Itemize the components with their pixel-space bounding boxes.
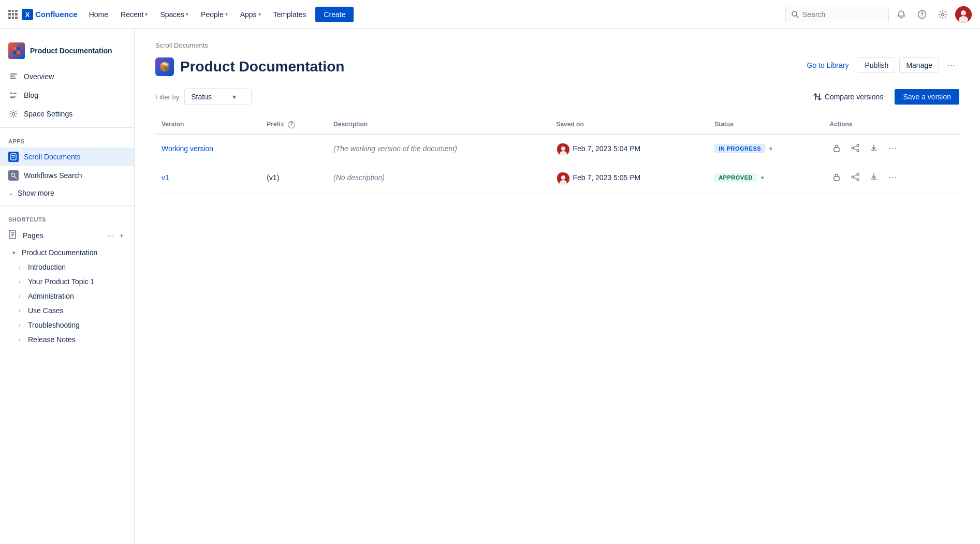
pages-add-icon[interactable]: +	[118, 230, 126, 241]
page-emoji: 📦	[155, 57, 174, 76]
usecases-chevron: ›	[19, 307, 25, 314]
svg-rect-12	[13, 51, 16, 54]
nav-home[interactable]: Home	[84, 7, 113, 22]
user-avatar[interactable]	[955, 6, 972, 23]
row-more-button[interactable]: ···	[885, 171, 900, 184]
pages-header[interactable]: Pages ··· +	[0, 226, 134, 245]
svg-point-44	[852, 176, 854, 178]
svg-text:?: ?	[920, 12, 924, 18]
tree-item-troubleshooting[interactable]: › Troubleshooting	[0, 318, 134, 332]
version-link[interactable]: Working version	[162, 144, 213, 153]
actions-cell: ···	[823, 163, 959, 192]
lock-button[interactable]	[829, 171, 844, 185]
sidebar-item-scroll-documents[interactable]: Scroll Documents	[0, 148, 134, 166]
help-icon[interactable]: ?	[914, 6, 930, 23]
svg-point-8	[961, 10, 966, 16]
status-badge: IN PROGRESS	[714, 144, 765, 153]
nav-templates[interactable]: Templates	[268, 7, 312, 22]
sidebar-item-space-settings[interactable]: Space Settings	[0, 105, 134, 123]
svg-rect-22	[12, 155, 15, 156]
share-button[interactable]	[848, 171, 862, 185]
svg-point-40	[561, 175, 565, 180]
compare-versions-button[interactable]: Compare versions	[808, 90, 889, 104]
spaces-chevron: ▾	[186, 11, 188, 17]
status-filter-select[interactable]: Status ▾	[184, 89, 252, 105]
svg-point-6	[942, 13, 944, 16]
tree-item-release-notes[interactable]: › Release Notes	[0, 332, 134, 347]
apps-chevron: ▾	[258, 11, 261, 17]
notifications-icon[interactable]	[893, 6, 910, 23]
svg-line-37	[854, 146, 857, 148]
svg-rect-11	[17, 47, 20, 50]
version-link[interactable]: v1	[162, 173, 169, 182]
col-header-version: Version	[155, 115, 260, 134]
confluence-logo[interactable]: X Confluence	[22, 9, 78, 20]
tree-item-release-notes-label: Release Notes	[28, 335, 76, 344]
pages-more-icon[interactable]: ···	[105, 230, 115, 241]
status-chevron[interactable]: ▾	[761, 174, 764, 181]
settings-icon[interactable]	[934, 6, 951, 23]
create-button[interactable]: Create	[315, 7, 354, 22]
compare-icon	[813, 93, 822, 101]
nav-spaces[interactable]: Spaces ▾	[155, 7, 194, 22]
status-badge: APPROVED	[714, 173, 757, 182]
breadcrumb[interactable]: Scroll Documents	[155, 41, 959, 49]
col-header-prefix: Prefix ?	[260, 115, 327, 134]
export-button[interactable]	[867, 171, 881, 185]
saved-on-wrapper: Feb 7, 2023 5:05 PM	[556, 171, 702, 184]
svg-rect-13	[17, 51, 20, 54]
manage-button[interactable]: Manage	[899, 57, 939, 73]
grid-icon[interactable]	[8, 10, 18, 19]
publish-button[interactable]: Publish	[858, 57, 895, 73]
sidebar-item-workflows-search[interactable]: Workflows Search	[0, 166, 134, 185]
show-more-button[interactable]: ⌄ Show more	[0, 185, 134, 201]
svg-rect-33	[834, 148, 839, 152]
lock-button[interactable]	[829, 142, 844, 156]
nav-recent[interactable]: Recent ▾	[115, 7, 153, 22]
prefix-help-icon[interactable]: ?	[288, 121, 295, 128]
status-chevron[interactable]: ▾	[769, 145, 772, 152]
tree-item-product-documentation[interactable]: ▾ Product Documentation	[0, 245, 134, 260]
svg-rect-10	[13, 47, 16, 50]
tree-item-administration[interactable]: › Administration	[0, 289, 134, 303]
description-cell: (No description)	[327, 163, 550, 192]
nav-people[interactable]: People ▾	[196, 7, 233, 22]
sidebar-item-blog-label: Blog	[24, 91, 38, 99]
share-button[interactable]	[848, 142, 862, 156]
svg-rect-28	[11, 234, 14, 235]
nav-apps[interactable]: Apps ▾	[235, 7, 266, 22]
more-actions-button[interactable]: ···	[943, 58, 959, 73]
save-version-button[interactable]: Save a version	[895, 89, 959, 105]
search-input[interactable]	[802, 10, 875, 19]
sidebar-item-space-settings-label: Space Settings	[24, 110, 72, 118]
admin-chevron: ›	[19, 293, 25, 299]
tree-item-introduction[interactable]: › Introduction	[0, 260, 134, 274]
go-to-library-button[interactable]: Go to Library	[802, 58, 854, 72]
release-notes-chevron: ›	[19, 336, 25, 343]
versions-table: Version Prefix ? Description Saved on St…	[155, 115, 959, 193]
space-icon	[8, 42, 25, 59]
sidebar-item-blog[interactable]: Blog +	[0, 86, 134, 105]
sidebar-scroll-documents-label: Scroll Documents	[24, 153, 81, 161]
tree-item-use-cases[interactable]: › Use Cases	[0, 303, 134, 318]
space-title: Product Documentation	[30, 47, 112, 55]
tree-item-your-product-topic[interactable]: › Your Product Topic 1	[0, 274, 134, 289]
sidebar-item-overview[interactable]: Overview	[0, 67, 134, 86]
description-text: (No description)	[333, 173, 385, 182]
tree-item-troubleshooting-label: Troubleshooting	[28, 321, 80, 329]
svg-line-3	[796, 16, 798, 18]
tree-item-label: Product Documentation	[22, 248, 97, 257]
page-header: 📦 Product Documentation Go to Library Pu…	[155, 57, 959, 76]
export-button[interactable]	[867, 142, 881, 156]
svg-rect-17	[13, 93, 17, 94]
status-filter-value: Status	[191, 93, 212, 101]
tree-item-admin-label: Administration	[28, 292, 74, 300]
col-header-saved-on: Saved on	[550, 115, 708, 134]
svg-rect-15	[10, 76, 15, 77]
svg-rect-29	[11, 236, 13, 237]
row-more-button[interactable]: ···	[885, 142, 900, 155]
scroll-documents-icon	[8, 152, 19, 162]
search-box[interactable]	[785, 7, 889, 22]
pages-label: Pages	[23, 231, 105, 240]
svg-rect-16	[10, 78, 16, 79]
